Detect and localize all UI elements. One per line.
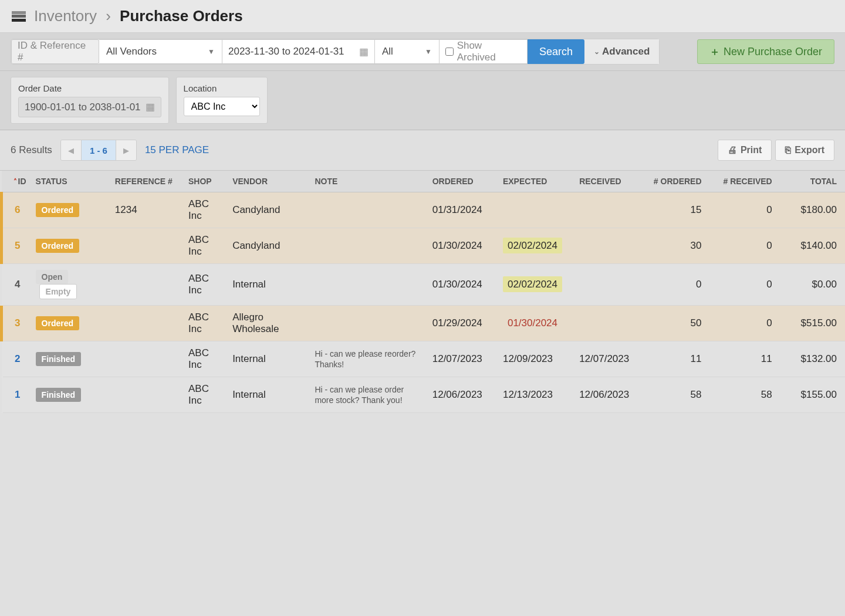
vendor-cell: Allegro Wholesale	[228, 306, 310, 341]
printer-icon: 🖨	[728, 145, 737, 155]
n-received: 0	[710, 306, 780, 341]
status-select-value: All	[382, 46, 393, 57]
vendor-cell: Candyland	[228, 192, 310, 228]
chevron-down-icon: ▼	[208, 48, 215, 56]
table-row[interactable]: 2FinishedABC IncInternalHi - can we plea…	[2, 341, 846, 377]
new-purchase-order-button[interactable]: ＋ New Purchase Order	[697, 39, 834, 64]
inventory-icon	[12, 11, 26, 22]
show-archived-toggle[interactable]: Show Archived	[440, 39, 528, 64]
pager: ◀ 1 - 6 ▶	[60, 140, 137, 161]
sort-asc-icon: ˄	[13, 178, 17, 186]
reference-cell	[110, 377, 184, 413]
ordered-date: 01/29/2024	[428, 306, 498, 341]
vendor-cell: Internal	[228, 264, 310, 306]
received-date	[574, 264, 645, 306]
order-date-value: 1900-01-01 to 2038-01-01	[25, 101, 141, 113]
page-title: Purchase Orders	[120, 7, 243, 25]
table-row[interactable]: 5OrderedABC IncCandyland01/30/202402/02/…	[2, 228, 846, 264]
search-button[interactable]: Search	[528, 39, 584, 64]
export-label: Export	[795, 145, 824, 155]
print-label: Print	[741, 145, 762, 155]
reference-cell	[110, 228, 184, 264]
chevron-down-icon: ▼	[425, 48, 432, 56]
expected-date-range[interactable]: 2023-11-30 to 2024-01-31 ▦	[222, 39, 375, 64]
id-reference-input[interactable]: ID & Reference #	[11, 39, 99, 64]
col-total[interactable]: TOTAL	[780, 171, 845, 192]
n-ordered: 30	[645, 228, 709, 264]
table-row[interactable]: 4OpenEmptyABC IncInternal01/30/202402/02…	[2, 264, 846, 306]
show-archived-checkbox[interactable]	[445, 48, 454, 56]
col-reference[interactable]: REFERENCE #	[110, 171, 184, 192]
reference-cell	[110, 264, 184, 306]
total-cell: $515.00	[780, 306, 845, 341]
plus-icon: ＋	[709, 45, 720, 59]
col-received[interactable]: RECEIVED	[574, 171, 645, 192]
vendor-select[interactable]: All Vendors ▼	[99, 39, 222, 64]
export-icon: ⎘	[785, 145, 791, 155]
chevron-right-icon: ›	[106, 7, 111, 25]
ordered-date: 12/07/2023	[428, 341, 498, 377]
new-po-label: New Purchase Order	[724, 46, 822, 58]
row-id[interactable]: 1	[15, 389, 20, 400]
advanced-filters: Order Date 1900-01-01 to 2038-01-01 ▦ Lo…	[0, 71, 845, 130]
pager-prev-button[interactable]: ◀	[61, 140, 81, 160]
expected-date: 02/02/2024	[503, 238, 562, 253]
col-n-ordered[interactable]: # ORDERED	[645, 171, 709, 192]
status-badge: Ordered	[36, 203, 79, 217]
received-date: 12/06/2023	[574, 377, 645, 413]
col-n-received[interactable]: # RECEIVED	[710, 171, 780, 192]
ordered-date: 12/06/2023	[428, 377, 498, 413]
order-date-input[interactable]: 1900-01-01 to 2038-01-01 ▦	[18, 97, 161, 117]
note-cell: Hi - can we please reorder? Thanks!	[315, 348, 422, 370]
advanced-label: Advanced	[602, 46, 650, 57]
status-badge: Finished	[36, 388, 82, 402]
pager-current: 1 - 6	[81, 140, 116, 160]
export-button[interactable]: ⎘ Export	[775, 140, 834, 161]
n-received: 11	[710, 341, 780, 377]
col-status[interactable]: STATUS	[31, 171, 110, 192]
breadcrumb-parent[interactable]: Inventory	[34, 7, 97, 25]
reference-cell: 1234	[110, 192, 184, 228]
note-cell: Hi - can we please order more stock? Tha…	[315, 384, 422, 405]
print-button[interactable]: 🖨 Print	[718, 140, 772, 161]
shop-cell: ABC Inc	[184, 192, 228, 228]
total-cell: $140.00	[780, 228, 845, 264]
pager-next-button[interactable]: ▶	[116, 140, 136, 160]
row-id[interactable]: 4	[15, 279, 20, 290]
shop-cell: ABC Inc	[184, 306, 228, 341]
col-expected[interactable]: EXPECTED	[498, 171, 574, 192]
n-received: 0	[710, 264, 780, 306]
col-note[interactable]: NOTE	[310, 171, 427, 192]
received-date: 12/07/2023	[574, 341, 645, 377]
location-filter: Location ABC Inc	[176, 77, 268, 124]
advanced-toggle[interactable]: ⌄ Advanced	[584, 39, 659, 64]
n-ordered: 15	[645, 192, 709, 228]
received-date	[574, 228, 645, 264]
col-vendor[interactable]: VENDOR	[228, 171, 310, 192]
shop-cell: ABC Inc	[184, 264, 228, 306]
expected-date: 12/09/2023	[503, 353, 553, 364]
col-ordered[interactable]: ORDERED	[428, 171, 498, 192]
expected-date-late: 01/30/2024	[503, 315, 562, 331]
status-select[interactable]: All ▼	[375, 39, 440, 64]
col-id[interactable]: ˄ID	[2, 171, 31, 192]
location-label: Location	[184, 83, 260, 93]
row-id[interactable]: 3	[15, 317, 20, 329]
row-id[interactable]: 5	[15, 240, 20, 251]
table-row[interactable]: 6Ordered1234ABC IncCandyland01/31/202415…	[2, 192, 846, 228]
per-page-link[interactable]: 15 PER PAGE	[145, 144, 209, 156]
vendor-select-value: All Vendors	[106, 46, 157, 57]
n-received: 0	[710, 192, 780, 228]
total-cell: $180.00	[780, 192, 845, 228]
table-row[interactable]: 1FinishedABC IncInternalHi - can we plea…	[2, 377, 846, 413]
status-badge: Ordered	[36, 239, 79, 253]
n-ordered: 50	[645, 306, 709, 341]
status-badge: Ordered	[36, 316, 79, 330]
calendar-icon: ▦	[359, 46, 369, 58]
table-row[interactable]: 3OrderedABC IncAllegro Wholesale01/29/20…	[2, 306, 846, 341]
row-id[interactable]: 2	[15, 353, 20, 364]
col-shop[interactable]: SHOP	[184, 171, 228, 192]
row-id[interactable]: 6	[15, 204, 20, 215]
received-date	[574, 192, 645, 228]
location-select[interactable]: ABC Inc	[184, 97, 260, 116]
